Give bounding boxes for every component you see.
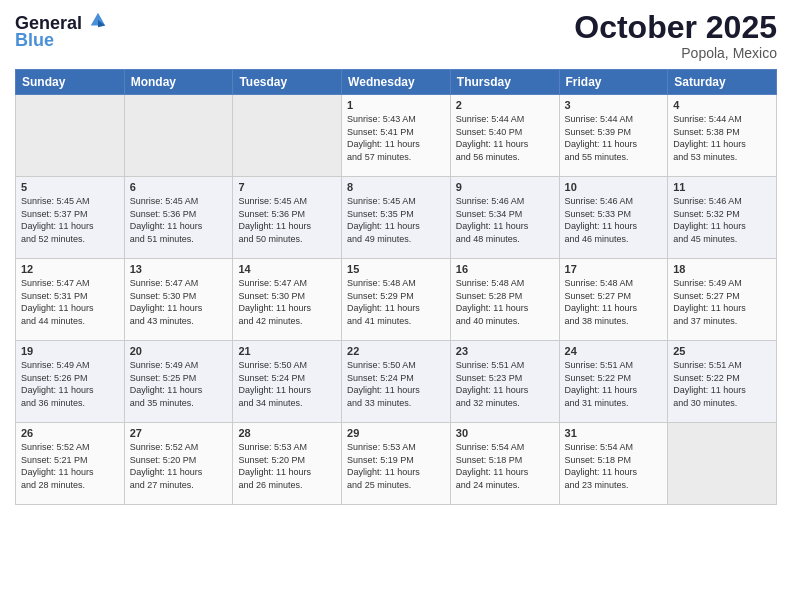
calendar-cell <box>233 95 342 177</box>
day-info: Sunrise: 5:52 AM Sunset: 5:20 PM Dayligh… <box>130 441 228 491</box>
day-info: Sunrise: 5:54 AM Sunset: 5:18 PM Dayligh… <box>565 441 663 491</box>
day-info: Sunrise: 5:50 AM Sunset: 5:24 PM Dayligh… <box>238 359 336 409</box>
day-info: Sunrise: 5:44 AM Sunset: 5:40 PM Dayligh… <box>456 113 554 163</box>
logo: General Blue <box>15 14 107 51</box>
day-info: Sunrise: 5:45 AM Sunset: 5:35 PM Dayligh… <box>347 195 445 245</box>
day-number: 2 <box>456 99 554 111</box>
calendar-week-row: 26Sunrise: 5:52 AM Sunset: 5:21 PM Dayli… <box>16 423 777 505</box>
calendar-cell: 16Sunrise: 5:48 AM Sunset: 5:28 PM Dayli… <box>450 259 559 341</box>
calendar-cell: 11Sunrise: 5:46 AM Sunset: 5:32 PM Dayli… <box>668 177 777 259</box>
weekday-header: Thursday <box>450 70 559 95</box>
day-info: Sunrise: 5:46 AM Sunset: 5:32 PM Dayligh… <box>673 195 771 245</box>
day-info: Sunrise: 5:49 AM Sunset: 5:27 PM Dayligh… <box>673 277 771 327</box>
calendar-cell: 24Sunrise: 5:51 AM Sunset: 5:22 PM Dayli… <box>559 341 668 423</box>
day-info: Sunrise: 5:53 AM Sunset: 5:20 PM Dayligh… <box>238 441 336 491</box>
calendar-cell: 6Sunrise: 5:45 AM Sunset: 5:36 PM Daylig… <box>124 177 233 259</box>
calendar-cell <box>668 423 777 505</box>
day-info: Sunrise: 5:49 AM Sunset: 5:26 PM Dayligh… <box>21 359 119 409</box>
day-number: 23 <box>456 345 554 357</box>
day-number: 25 <box>673 345 771 357</box>
calendar-cell: 20Sunrise: 5:49 AM Sunset: 5:25 PM Dayli… <box>124 341 233 423</box>
calendar-cell: 12Sunrise: 5:47 AM Sunset: 5:31 PM Dayli… <box>16 259 125 341</box>
calendar-cell: 29Sunrise: 5:53 AM Sunset: 5:19 PM Dayli… <box>342 423 451 505</box>
weekday-header: Sunday <box>16 70 125 95</box>
day-number: 6 <box>130 181 228 193</box>
day-number: 24 <box>565 345 663 357</box>
calendar-week-row: 1Sunrise: 5:43 AM Sunset: 5:41 PM Daylig… <box>16 95 777 177</box>
weekday-header: Wednesday <box>342 70 451 95</box>
calendar-cell: 4Sunrise: 5:44 AM Sunset: 5:38 PM Daylig… <box>668 95 777 177</box>
day-number: 18 <box>673 263 771 275</box>
day-number: 8 <box>347 181 445 193</box>
day-info: Sunrise: 5:47 AM Sunset: 5:30 PM Dayligh… <box>238 277 336 327</box>
calendar-cell: 22Sunrise: 5:50 AM Sunset: 5:24 PM Dayli… <box>342 341 451 423</box>
calendar-cell: 28Sunrise: 5:53 AM Sunset: 5:20 PM Dayli… <box>233 423 342 505</box>
day-number: 3 <box>565 99 663 111</box>
day-info: Sunrise: 5:46 AM Sunset: 5:34 PM Dayligh… <box>456 195 554 245</box>
calendar-week-row: 19Sunrise: 5:49 AM Sunset: 5:26 PM Dayli… <box>16 341 777 423</box>
day-info: Sunrise: 5:43 AM Sunset: 5:41 PM Dayligh… <box>347 113 445 163</box>
day-info: Sunrise: 5:44 AM Sunset: 5:38 PM Dayligh… <box>673 113 771 163</box>
day-info: Sunrise: 5:51 AM Sunset: 5:22 PM Dayligh… <box>565 359 663 409</box>
calendar-cell: 2Sunrise: 5:44 AM Sunset: 5:40 PM Daylig… <box>450 95 559 177</box>
calendar-cell: 21Sunrise: 5:50 AM Sunset: 5:24 PM Dayli… <box>233 341 342 423</box>
day-number: 26 <box>21 427 119 439</box>
day-number: 28 <box>238 427 336 439</box>
calendar-container: General Blue October 2025 Popola, Mexico… <box>0 0 792 612</box>
day-number: 9 <box>456 181 554 193</box>
calendar-cell: 13Sunrise: 5:47 AM Sunset: 5:30 PM Dayli… <box>124 259 233 341</box>
calendar-week-row: 12Sunrise: 5:47 AM Sunset: 5:31 PM Dayli… <box>16 259 777 341</box>
calendar-table: SundayMondayTuesdayWednesdayThursdayFrid… <box>15 69 777 505</box>
day-info: Sunrise: 5:45 AM Sunset: 5:36 PM Dayligh… <box>238 195 336 245</box>
day-number: 30 <box>456 427 554 439</box>
day-number: 27 <box>130 427 228 439</box>
day-number: 13 <box>130 263 228 275</box>
calendar-cell: 23Sunrise: 5:51 AM Sunset: 5:23 PM Dayli… <box>450 341 559 423</box>
day-number: 29 <box>347 427 445 439</box>
calendar-cell: 26Sunrise: 5:52 AM Sunset: 5:21 PM Dayli… <box>16 423 125 505</box>
weekday-header: Saturday <box>668 70 777 95</box>
day-info: Sunrise: 5:47 AM Sunset: 5:30 PM Dayligh… <box>130 277 228 327</box>
location-subtitle: Popola, Mexico <box>574 45 777 61</box>
day-number: 20 <box>130 345 228 357</box>
day-number: 1 <box>347 99 445 111</box>
day-number: 17 <box>565 263 663 275</box>
logo-icon <box>89 11 107 29</box>
calendar-cell: 31Sunrise: 5:54 AM Sunset: 5:18 PM Dayli… <box>559 423 668 505</box>
day-number: 7 <box>238 181 336 193</box>
day-info: Sunrise: 5:53 AM Sunset: 5:19 PM Dayligh… <box>347 441 445 491</box>
calendar-cell: 19Sunrise: 5:49 AM Sunset: 5:26 PM Dayli… <box>16 341 125 423</box>
calendar-cell: 30Sunrise: 5:54 AM Sunset: 5:18 PM Dayli… <box>450 423 559 505</box>
calendar-cell: 1Sunrise: 5:43 AM Sunset: 5:41 PM Daylig… <box>342 95 451 177</box>
calendar-cell: 10Sunrise: 5:46 AM Sunset: 5:33 PM Dayli… <box>559 177 668 259</box>
day-info: Sunrise: 5:46 AM Sunset: 5:33 PM Dayligh… <box>565 195 663 245</box>
day-info: Sunrise: 5:51 AM Sunset: 5:22 PM Dayligh… <box>673 359 771 409</box>
day-number: 16 <box>456 263 554 275</box>
weekday-header: Tuesday <box>233 70 342 95</box>
day-info: Sunrise: 5:51 AM Sunset: 5:23 PM Dayligh… <box>456 359 554 409</box>
calendar-cell: 7Sunrise: 5:45 AM Sunset: 5:36 PM Daylig… <box>233 177 342 259</box>
calendar-cell: 25Sunrise: 5:51 AM Sunset: 5:22 PM Dayli… <box>668 341 777 423</box>
day-number: 12 <box>21 263 119 275</box>
weekday-header-row: SundayMondayTuesdayWednesdayThursdayFrid… <box>16 70 777 95</box>
header: General Blue October 2025 Popola, Mexico <box>15 10 777 61</box>
day-info: Sunrise: 5:52 AM Sunset: 5:21 PM Dayligh… <box>21 441 119 491</box>
day-info: Sunrise: 5:45 AM Sunset: 5:36 PM Dayligh… <box>130 195 228 245</box>
calendar-cell <box>16 95 125 177</box>
calendar-cell: 5Sunrise: 5:45 AM Sunset: 5:37 PM Daylig… <box>16 177 125 259</box>
calendar-cell: 3Sunrise: 5:44 AM Sunset: 5:39 PM Daylig… <box>559 95 668 177</box>
day-number: 31 <box>565 427 663 439</box>
calendar-cell <box>124 95 233 177</box>
day-number: 10 <box>565 181 663 193</box>
calendar-cell: 18Sunrise: 5:49 AM Sunset: 5:27 PM Dayli… <box>668 259 777 341</box>
day-number: 5 <box>21 181 119 193</box>
month-title: October 2025 <box>574 10 777 45</box>
title-area: October 2025 Popola, Mexico <box>574 10 777 61</box>
day-info: Sunrise: 5:54 AM Sunset: 5:18 PM Dayligh… <box>456 441 554 491</box>
calendar-cell: 14Sunrise: 5:47 AM Sunset: 5:30 PM Dayli… <box>233 259 342 341</box>
day-info: Sunrise: 5:49 AM Sunset: 5:25 PM Dayligh… <box>130 359 228 409</box>
day-number: 15 <box>347 263 445 275</box>
day-number: 4 <box>673 99 771 111</box>
calendar-week-row: 5Sunrise: 5:45 AM Sunset: 5:37 PM Daylig… <box>16 177 777 259</box>
weekday-header: Monday <box>124 70 233 95</box>
